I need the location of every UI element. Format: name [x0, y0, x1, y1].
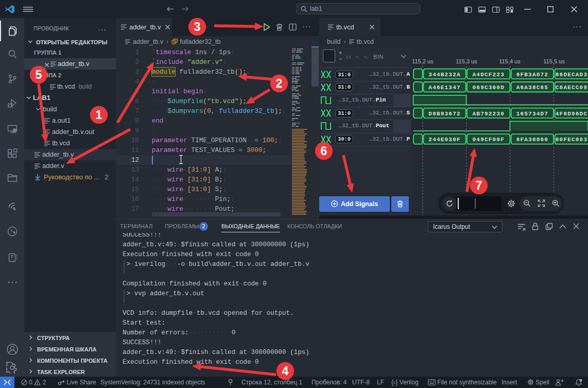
svg-text:165734D7: 165734D7 [516, 111, 548, 117]
svg-text:A4DCF223: A4DCF223 [473, 72, 505, 78]
svg-text:4F8D96DC: 4F8D96DC [556, 111, 587, 117]
svg-text:AB792230: AB792230 [473, 111, 505, 117]
svg-text:6FA38860: 6FA38860 [516, 137, 548, 143]
svg-text:86DECAD3: 86DECAD3 [556, 72, 587, 78]
svg-text:C8AECC09: C8AECC09 [556, 85, 587, 91]
svg-text:6FB3A872: 6FB3A872 [516, 72, 548, 78]
svg-text:A6A38C65: A6A38C65 [516, 85, 548, 91]
svg-text:A46E1347: A46E1347 [428, 85, 460, 91]
svg-text:049CF00F: 049CF00F [473, 137, 505, 143]
svg-text:069C300D: 069C300D [473, 85, 505, 91]
svg-text:D8B93672: D8B93672 [428, 111, 460, 117]
svg-text:244E030F: 244E030F [428, 137, 460, 143]
svg-text:344B232A: 344B232A [428, 72, 460, 78]
svg-text:00FEC803: 00FEC803 [556, 137, 587, 143]
